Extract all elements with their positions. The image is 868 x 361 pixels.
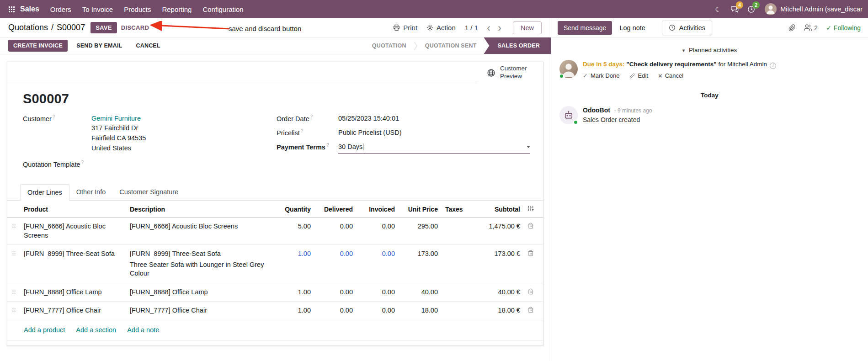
tab-order-lines[interactable]: Order Lines <box>20 184 69 201</box>
add-a-section-link[interactable]: Add a section <box>76 326 116 335</box>
table-row[interactable]: [FURN_8888] Office Lamp [FURN_8888] Offi… <box>7 283 543 302</box>
menu-products[interactable]: Products <box>118 0 156 18</box>
edit-activity-button[interactable]: Edit <box>629 72 648 79</box>
discard-button[interactable]: DISCARD <box>117 22 153 33</box>
delete-row-button[interactable] <box>524 283 543 302</box>
user-menu[interactable]: Mitchell Admin (save_discar <box>780 5 863 13</box>
cell-delivered[interactable]: 0.00 <box>314 218 357 245</box>
optional-columns-button[interactable] <box>524 201 543 218</box>
cell-taxes[interactable] <box>442 245 473 283</box>
cell-quantity[interactable]: 1.00 <box>272 245 314 283</box>
odoobot-avatar[interactable] <box>559 106 578 124</box>
pager-next-icon[interactable]: › <box>495 23 504 32</box>
user-avatar[interactable] <box>765 3 777 15</box>
cell-product[interactable]: [FURN_8999] Three-Seat Sofa <box>20 245 126 283</box>
tab-other-info[interactable]: Other Info <box>69 184 112 201</box>
cell-taxes[interactable] <box>442 218 473 245</box>
cell-unit-price[interactable]: 295.00 <box>399 218 442 245</box>
drag-handle-icon[interactable] <box>7 302 20 320</box>
cell-quantity[interactable]: 5.00 <box>272 218 314 245</box>
pricelist-value[interactable]: Public Pricelist (USD) <box>338 128 402 138</box>
add-a-product-link[interactable]: Add a product <box>24 326 65 335</box>
cell-invoiced[interactable]: 0.00 <box>357 218 399 245</box>
app-name[interactable]: Sales <box>19 5 45 13</box>
followers-button[interactable]: 2 <box>804 24 818 32</box>
col-subtotal[interactable]: Subtotal <box>473 201 524 218</box>
cell-delivered[interactable]: 0.00 <box>314 245 357 283</box>
cell-invoiced[interactable]: 0.00 <box>357 283 399 302</box>
table-row[interactable]: [FURN_6666] Acoustic Bloc Screens [FURN_… <box>7 218 543 245</box>
cell-taxes[interactable] <box>442 283 473 302</box>
cell-description[interactable]: [FURN_8999] Three-Seat SofaThree Seater … <box>126 245 272 283</box>
mark-done-button[interactable]: ✓ Mark Done <box>583 72 619 79</box>
cell-description[interactable]: [FURN_8888] Office Lamp <box>126 283 272 302</box>
state-quotation-sent[interactable]: QUOTATION SENT <box>418 37 484 54</box>
cell-unit-price[interactable]: 40.00 <box>399 283 442 302</box>
customer-link[interactable]: Gemini Furniture <box>91 114 146 123</box>
cell-description[interactable]: [FURN_6666] Acoustic Bloc Screens <box>126 218 272 245</box>
cell-quantity[interactable]: 1.00 <box>272 302 314 320</box>
attachments-button[interactable] <box>788 24 796 32</box>
delete-row-button[interactable] <box>524 302 543 320</box>
cell-unit-price[interactable]: 173.00 <box>399 245 442 283</box>
customer-preview-button[interactable]: Customer Preview <box>478 62 543 83</box>
drag-handle-icon[interactable] <box>7 283 20 302</box>
cell-description[interactable]: [FURN_7777] Office Chair <box>126 302 272 320</box>
cell-taxes[interactable] <box>442 302 473 320</box>
planned-activities-header[interactable]: ▾ Planned activities <box>551 47 868 53</box>
message-author[interactable]: OdooBot <box>583 106 610 114</box>
cell-product[interactable]: [FURN_6666] Acoustic Bloc Screens <box>20 218 126 245</box>
order-date-value[interactable]: 05/25/2023 15:40:01 <box>338 114 399 124</box>
breadcrumb-quotations[interactable]: Quotations <box>8 23 48 32</box>
cell-invoiced[interactable]: 0.00 <box>357 245 399 283</box>
cell-delivered[interactable]: 0.00 <box>314 302 357 320</box>
send-by-email-button[interactable]: SEND BY EMAIL <box>71 40 127 52</box>
col-unit-price[interactable]: Unit Price <box>399 201 442 218</box>
drag-handle-icon[interactable] <box>7 245 20 283</box>
save-button[interactable]: SAVE <box>91 22 117 33</box>
delete-row-button[interactable] <box>524 245 543 283</box>
tab-customer-signature[interactable]: Customer Signature <box>112 184 185 201</box>
create-invoice-button[interactable]: CREATE INVOICE <box>8 40 68 52</box>
menu-to-invoice[interactable]: To Invoice <box>77 0 119 18</box>
cell-invoiced[interactable]: 0.00 <box>357 302 399 320</box>
col-description[interactable]: Description <box>126 201 272 218</box>
following-button[interactable]: ✓ Following <box>826 24 861 32</box>
dropdown-caret-icon[interactable] <box>527 146 530 148</box>
cell-product[interactable]: [FURN_7777] Office Chair <box>20 302 126 320</box>
send-message-button[interactable]: Send message <box>558 21 612 35</box>
drag-handle-icon[interactable] <box>7 218 20 245</box>
pager-previous-icon[interactable]: ‹ <box>485 23 493 32</box>
activities-systray[interactable]: 2 <box>743 0 759 18</box>
col-taxes[interactable]: Taxes <box>442 201 473 218</box>
cell-delivered[interactable]: 0.00 <box>314 283 357 302</box>
dark-mode-toggle[interactable]: ☾ <box>710 0 726 18</box>
new-button[interactable]: New <box>513 21 542 34</box>
info-icon[interactable]: i <box>770 63 776 69</box>
state-sales-order[interactable]: SALES ORDER <box>484 37 551 54</box>
apps-grid-icon[interactable] <box>4 0 19 18</box>
menu-configuration[interactable]: Configuration <box>197 0 249 18</box>
cell-quantity[interactable]: 1.00 <box>272 283 314 302</box>
col-invoiced[interactable]: Invoiced <box>357 201 399 218</box>
cancel-button[interactable]: CANCEL <box>131 40 165 52</box>
state-quotation[interactable]: QUOTATION <box>365 37 414 54</box>
activity-avatar[interactable] <box>559 60 578 78</box>
cancel-activity-button[interactable]: × Cancel <box>658 72 683 79</box>
menu-orders[interactable]: Orders <box>45 0 77 18</box>
print-button[interactable]: Print <box>393 24 417 32</box>
table-row[interactable]: [FURN_8999] Three-Seat Sofa [FURN_8999] … <box>7 245 543 283</box>
add-a-note-link[interactable]: Add a note <box>127 326 159 335</box>
log-note-button[interactable]: Log note <box>614 21 650 35</box>
col-quantity[interactable]: Quantity <box>272 201 314 218</box>
cell-unit-price[interactable]: 18.00 <box>399 302 442 320</box>
delete-row-button[interactable] <box>524 218 543 245</box>
action-button[interactable]: Action <box>426 24 456 32</box>
table-row[interactable]: [FURN_7777] Office Chair [FURN_7777] Off… <box>7 302 543 320</box>
cell-product[interactable]: [FURN_8888] Office Lamp <box>20 283 126 302</box>
payment-terms-input[interactable]: 30 Days <box>338 142 530 154</box>
menu-reporting[interactable]: Reporting <box>156 0 197 18</box>
col-product[interactable]: Product <box>20 201 126 218</box>
activities-tab[interactable]: Activities <box>662 21 712 35</box>
messages-systray[interactable]: 4 <box>726 0 743 18</box>
